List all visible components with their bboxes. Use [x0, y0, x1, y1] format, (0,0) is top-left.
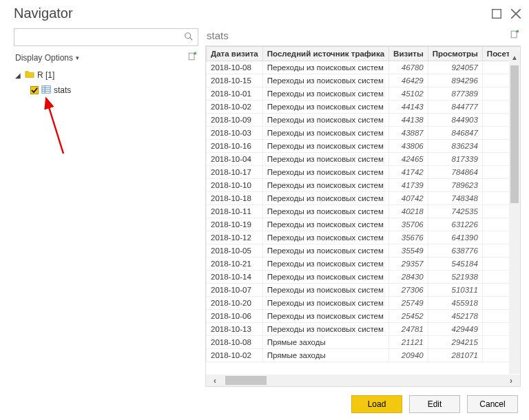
maximize-icon[interactable]: [492, 9, 501, 19]
table-row[interactable]: 2018-10-06Переходы из поисковых систем25…: [207, 310, 521, 323]
data-table: Дата визита Последний источник трафика В…: [206, 46, 520, 362]
cell-visits: 27306: [389, 284, 428, 297]
content-area: Display Options ▾ ◢ R [1]: [0, 21, 529, 387]
table-row[interactable]: 2018-10-16Переходы из поисковых систем43…: [207, 140, 521, 153]
cell-views: 281071: [428, 349, 482, 362]
scroll-left-icon[interactable]: ‹: [209, 376, 221, 386]
table-row[interactable]: 2018-10-13Переходы из поисковых систем24…: [207, 323, 521, 336]
table-row[interactable]: 2018-10-15Переходы из поисковых систем46…: [207, 74, 521, 87]
table-row[interactable]: 2018-10-17Переходы из поисковых систем41…: [207, 166, 521, 179]
col-header[interactable]: Дата визита: [207, 47, 263, 61]
search-input[interactable]: [19, 32, 184, 43]
cell-source: Прямые заходы: [262, 336, 388, 349]
table-row[interactable]: 2018-10-14Переходы из поисковых систем28…: [207, 271, 521, 284]
scroll-up-icon[interactable]: ▲: [509, 52, 520, 63]
close-icon[interactable]: [511, 9, 521, 19]
refresh-icon[interactable]: [187, 52, 197, 63]
cell-source: Прямые заходы: [262, 349, 388, 362]
table-row[interactable]: 2018-10-08Прямые заходы21121294215: [207, 336, 521, 349]
cell-date: 2018-10-20: [207, 297, 263, 310]
cell-views: 877389: [428, 87, 482, 101]
tree-root-row[interactable]: ◢ R [1]: [14, 67, 198, 83]
load-button[interactable]: Load: [351, 395, 402, 413]
table-row[interactable]: 2018-10-02Переходы из поисковых систем44…: [207, 101, 521, 114]
table-row[interactable]: 2018-10-12Переходы из поисковых систем35…: [207, 231, 521, 244]
preview-refresh-icon[interactable]: [510, 30, 519, 41]
tree-child-row[interactable]: stats: [14, 83, 198, 98]
horizontal-scrollbar[interactable]: ‹ ›: [206, 375, 520, 386]
cell-source: Переходы из поисковых систем: [262, 205, 388, 218]
table-row[interactable]: 2018-10-21Переходы из поисковых систем29…: [207, 258, 521, 271]
col-header[interactable]: Последний источник трафика: [262, 47, 388, 61]
table-row[interactable]: 2018-10-02Прямые заходы20940281071: [207, 349, 521, 362]
cell-views: 429449: [428, 323, 482, 336]
table-row[interactable]: 2018-10-10Переходы из поисковых систем41…: [207, 179, 521, 192]
cell-source: Переходы из поисковых систем: [262, 323, 388, 336]
cell-views: 844903: [428, 114, 482, 127]
table-row[interactable]: 2018-10-07Переходы из поисковых систем27…: [207, 284, 521, 297]
cell-views: 631226: [428, 218, 482, 231]
preview-grid[interactable]: Дата визита Последний источник трафика В…: [206, 46, 520, 375]
cell-views: 545184: [428, 258, 482, 271]
window-buttons: [492, 9, 521, 19]
table-row[interactable]: 2018-10-18Переходы из поисковых систем40…: [207, 192, 521, 205]
cell-visits: 25749: [389, 297, 428, 310]
table-row[interactable]: 2018-10-09Переходы из поисковых систем44…: [207, 114, 521, 127]
cell-source: Переходы из поисковых систем: [262, 179, 388, 192]
cell-date: 2018-10-14: [207, 271, 263, 284]
scroll-right-icon[interactable]: ›: [505, 376, 517, 386]
svg-rect-0: [492, 9, 501, 18]
cell-visits: 35676: [389, 231, 428, 244]
cancel-button[interactable]: Cancel: [467, 395, 518, 413]
cell-date: 2018-10-08: [207, 336, 263, 349]
cell-visits: 44138: [389, 114, 428, 127]
table-row[interactable]: 2018-10-03Переходы из поисковых систем43…: [207, 127, 521, 140]
table-row[interactable]: 2018-10-11Переходы из поисковых систем40…: [207, 205, 521, 218]
cell-views: 638776: [428, 244, 482, 258]
display-options-dropdown[interactable]: Display Options ▾: [15, 53, 79, 63]
cell-date: 2018-10-05: [207, 244, 263, 258]
search-box[interactable]: [14, 28, 198, 46]
table-row[interactable]: 2018-10-04Переходы из поисковых систем42…: [207, 153, 521, 166]
cell-visits: 43887: [389, 127, 428, 140]
cell-views: 521938: [428, 271, 482, 284]
table-row[interactable]: 2018-10-01Переходы из поисковых систем45…: [207, 87, 521, 101]
cell-date: 2018-10-11: [207, 205, 263, 218]
cell-visits: 46780: [389, 61, 428, 74]
col-header[interactable]: Визиты: [389, 47, 428, 61]
svg-rect-12: [511, 31, 517, 38]
table-row[interactable]: 2018-10-19Переходы из поисковых систем35…: [207, 218, 521, 231]
cell-visits: 24781: [389, 323, 428, 336]
annotation-arrow: [43, 95, 70, 157]
cell-date: 2018-10-18: [207, 192, 263, 205]
vertical-scroll-thumb[interactable]: [510, 65, 519, 203]
table-row[interactable]: 2018-10-08Переходы из поисковых систем46…: [207, 61, 521, 74]
cell-source: Переходы из поисковых систем: [262, 192, 388, 205]
checkbox-checked-icon[interactable]: [30, 86, 39, 94]
cell-visits: 28430: [389, 271, 428, 284]
horizontal-scroll-thumb[interactable]: [225, 376, 267, 385]
cell-source: Переходы из поисковых систем: [262, 218, 388, 231]
cell-visits: 42465: [389, 153, 428, 166]
cell-source: Переходы из поисковых систем: [262, 166, 388, 179]
vertical-scrollbar[interactable]: ▲: [509, 63, 520, 374]
search-icon[interactable]: [184, 32, 194, 43]
cell-visits: 45102: [389, 87, 428, 101]
cell-date: 2018-10-10: [207, 179, 263, 192]
right-pane: stats Дата визита Последний источник тра…: [205, 28, 521, 387]
cell-date: 2018-10-15: [207, 74, 263, 87]
cell-date: 2018-10-12: [207, 231, 263, 244]
table-row[interactable]: 2018-10-20Переходы из поисковых систем25…: [207, 297, 521, 310]
cell-views: 924057: [428, 61, 482, 74]
cell-visits: 43806: [389, 140, 428, 153]
edit-button[interactable]: Edit: [409, 395, 460, 413]
cell-visits: 25452: [389, 310, 428, 323]
col-header[interactable]: Просмотры: [428, 47, 482, 61]
collapse-icon[interactable]: ◢: [15, 72, 22, 79]
cell-source: Переходы из поисковых систем: [262, 271, 388, 284]
cell-views: 844777: [428, 101, 482, 114]
cell-date: 2018-10-02: [207, 101, 263, 114]
cell-views: 510311: [428, 284, 482, 297]
cell-source: Переходы из поисковых систем: [262, 61, 388, 74]
table-row[interactable]: 2018-10-05Переходы из поисковых систем35…: [207, 244, 521, 258]
